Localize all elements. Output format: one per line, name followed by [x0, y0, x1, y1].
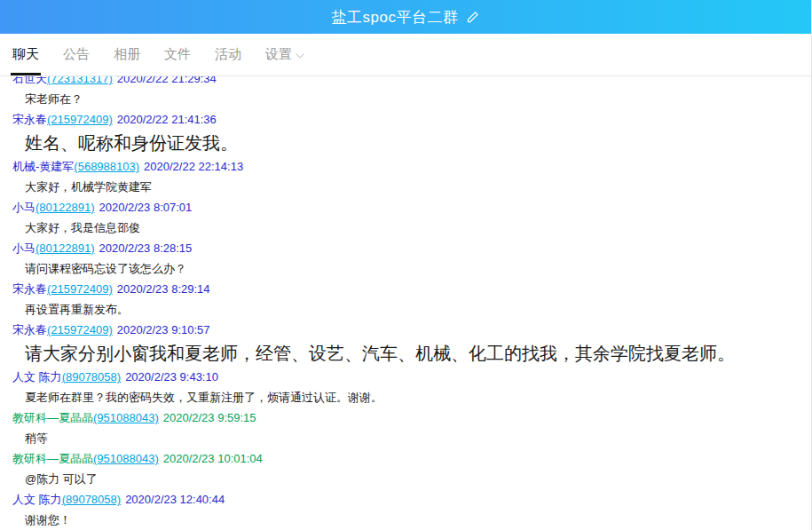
message-text: 夏老师在群里？我的密码失效，又重新注册了，烦请通过认证。谢谢。 [0, 387, 811, 407]
sender-name: 小马 [12, 241, 35, 255]
timestamp: 2020/2/22 22:14:13 [144, 160, 243, 173]
sender-name: 机械-黄建军 [12, 160, 74, 173]
pencil-icon[interactable] [466, 11, 479, 24]
message-text: 姓名、呢称和身份证发我。 [0, 130, 811, 156]
sender-name: 人文 陈力 [12, 493, 62, 506]
message-text: 请大家分别小窗我和夏老师，经管、设艺、汽车、机械、化工的找我，其余学院找夏老师。 [0, 340, 811, 367]
uid-link[interactable]: (80122891) [35, 241, 95, 255]
message-group: 小马(80122891)2020/2/23 8:07:01 大家好，我是信息邵俊 [0, 197, 811, 238]
group-title: 盐工spoc平台二群 [332, 7, 459, 28]
uid-link[interactable]: (951088043) [93, 411, 159, 424]
tab-settings[interactable]: 设置 [265, 34, 304, 75]
chevron-down-icon [296, 49, 304, 57]
sender-name: 石世天 [12, 76, 47, 85]
message-header: 小马(80122891)2020/2/23 8:07:01 [0, 197, 811, 218]
timestamp: 2020/2/23 8:28:15 [99, 241, 193, 255]
timestamp: 2020/2/23 12:40:44 [125, 493, 225, 506]
tab-chat[interactable]: 聊天 [12, 34, 39, 75]
group-chat-window: 盐工spoc平台二群 聊天 公告 相册 文件 活动 设置 石世天(7231313… [0, 0, 812, 530]
message-text: 大家好，机械学院黄建军 [0, 177, 811, 197]
tab-label: 设置 [265, 46, 292, 63]
sender-name: 宋永春 [12, 323, 47, 336]
message-header: 宋永春(215972409)2020/2/23 8:29:14 [0, 279, 811, 299]
tab-activity[interactable]: 活动 [215, 34, 241, 75]
message-group: 宋永春(215972409)2020/2/23 8:29:14 再设置再重新发布… [0, 279, 811, 320]
timestamp: 2020/2/22 21:41:36 [117, 113, 217, 126]
tab-label: 相册 [114, 46, 140, 63]
message-text: @陈力 可以了 [0, 469, 811, 489]
timestamp: 2020/2/23 8:07:01 [99, 201, 193, 214]
tab-announcement[interactable]: 公告 [63, 34, 90, 75]
tab-label: 文件 [164, 46, 191, 63]
tab-files[interactable]: 文件 [164, 34, 191, 75]
message-text: 请问课程密码忘设了该怎么办？ [0, 258, 811, 279]
message-group: 人文 陈力(89078058)2020/2/23 12:40:44 谢谢您！ [0, 489, 811, 530]
tab-album[interactable]: 相册 [114, 34, 140, 75]
message-header: 宋永春(215972409)2020/2/22 21:41:36 [0, 109, 811, 130]
tab-bar: 聊天 公告 相册 文件 活动 设置 [0, 34, 811, 76]
message-group: 小马(80122891)2020/2/23 8:28:15 请问课程密码忘设了该… [0, 238, 811, 279]
message-header: 人文 陈力(89078058)2020/2/23 9:43:10 [0, 367, 811, 387]
message-header: 小马(80122891)2020/2/23 8:28:15 [0, 238, 811, 258]
sender-name: 教研科—夏晶晶 [12, 411, 93, 424]
titlebar: 盐工spoc平台二群 [0, 0, 811, 34]
uid-link[interactable]: (89078058) [62, 370, 122, 384]
timestamp: 2020/2/23 9:43:10 [125, 370, 218, 384]
sender-name: 宋永春 [12, 113, 47, 126]
uid-link[interactable]: (568988103) [74, 160, 139, 173]
message-group: 石世天(723131317)2020/2/22 21:29:34 宋老师在？ [0, 76, 811, 109]
uid-link[interactable]: (215972409) [47, 282, 113, 296]
timestamp: 2020/2/22 21:29:34 [117, 76, 217, 85]
message-group: 宋永春(215972409)2020/2/23 9:10:57 请大家分别小窗我… [0, 320, 811, 367]
sender-name: 人文 陈力 [12, 370, 62, 384]
timestamp: 2020/2/23 9:59:15 [163, 411, 256, 424]
tab-label: 聊天 [12, 46, 39, 63]
timestamp: 2020/2/23 8:29:14 [117, 282, 210, 296]
tab-label: 活动 [215, 46, 241, 63]
uid-link[interactable]: (951088043) [93, 452, 159, 465]
uid-link[interactable]: (89078058) [62, 493, 122, 506]
message-group: 教研科—夏晶晶(951088043)2020/2/23 9:59:15 稍等 [0, 407, 811, 448]
uid-link[interactable]: (215972409) [47, 323, 113, 336]
message-text: 再设置再重新发布。 [0, 299, 811, 320]
timestamp: 2020/2/23 10:01:04 [163, 452, 263, 465]
message-text: 宋老师在？ [0, 89, 811, 109]
message-header: 人文 陈力(89078058)2020/2/23 12:40:44 [0, 489, 811, 510]
sender-name: 教研科—夏晶晶 [12, 452, 93, 465]
timestamp: 2020/2/23 9:10:57 [117, 323, 210, 336]
message-group: 机械-黄建军(568988103)2020/2/22 22:14:13 大家好，… [0, 156, 811, 197]
message-text: 稍等 [0, 428, 811, 448]
message-header: 教研科—夏晶晶(951088043)2020/2/23 10:01:04 [0, 448, 811, 469]
tab-label: 公告 [63, 46, 90, 63]
message-group: 宋永春(215972409)2020/2/22 21:41:36 姓名、呢称和身… [0, 109, 811, 156]
uid-link[interactable]: (723131317) [47, 76, 113, 85]
message-header: 宋永春(215972409)2020/2/23 9:10:57 [0, 320, 811, 340]
message-header: 机械-黄建军(568988103)2020/2/22 22:14:13 [0, 156, 811, 177]
message-text: 谢谢您！ [0, 510, 811, 530]
chat-log[interactable]: 石世天(723131317)2020/2/22 21:29:34 宋老师在？ 宋… [0, 76, 811, 530]
message-text: 大家好，我是信息邵俊 [0, 218, 811, 238]
sender-name: 宋永春 [12, 282, 47, 296]
message-group: 人文 陈力(89078058)2020/2/23 9:43:10 夏老师在群里？… [0, 367, 811, 407]
message-header: 石世天(723131317)2020/2/22 21:29:34 [0, 76, 811, 89]
uid-link[interactable]: (80122891) [35, 201, 95, 214]
uid-link[interactable]: (215972409) [47, 113, 113, 126]
sender-name: 小马 [12, 201, 35, 214]
message-group: 教研科—夏晶晶(951088043)2020/2/23 10:01:04 @陈力… [0, 448, 811, 489]
message-header: 教研科—夏晶晶(951088043)2020/2/23 9:59:15 [0, 407, 811, 428]
